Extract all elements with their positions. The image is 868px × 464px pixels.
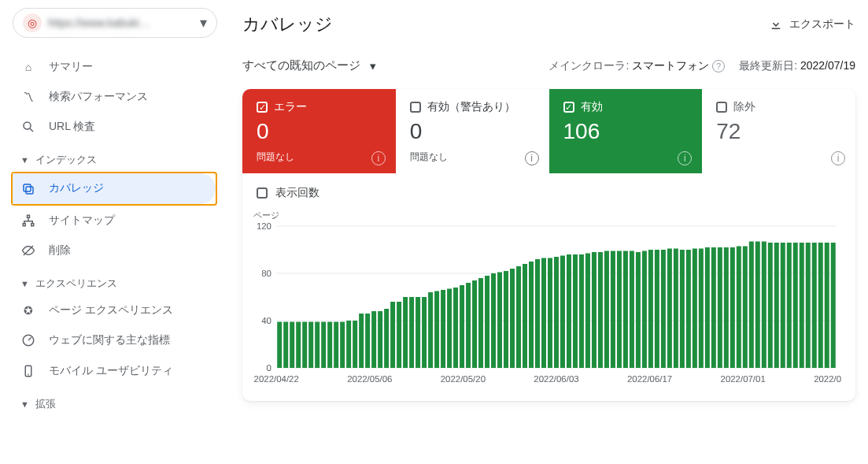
svg-rect-92: [737, 247, 741, 369]
info-icon[interactable]: i: [831, 151, 845, 165]
checkbox-icon: [716, 102, 727, 113]
svg-rect-55: [504, 271, 508, 368]
svg-rect-21: [290, 322, 294, 369]
info-icon[interactable]: i: [678, 151, 692, 165]
impressions-label: 表示回数: [275, 186, 319, 200]
status-valid-warn[interactable]: 有効（警告あり） 0 問題なし i: [396, 89, 549, 173]
svg-text:120: 120: [257, 221, 271, 231]
checkbox-icon: [257, 102, 268, 113]
svg-rect-69: [592, 252, 597, 368]
nav-sitemaps[interactable]: サイトマップ: [13, 206, 217, 236]
svg-rect-48: [460, 285, 464, 368]
svg-text:2022/07/15: 2022/07/15: [814, 374, 841, 384]
svg-rect-102: [800, 243, 804, 368]
filter-pages[interactable]: すべての既知のページ ▾: [242, 58, 376, 73]
svg-point-0: [24, 122, 31, 129]
svg-rect-100: [787, 243, 792, 368]
checkbox-icon: [563, 102, 574, 113]
svg-rect-90: [724, 247, 729, 368]
svg-rect-5: [23, 224, 25, 226]
nav-section-experience[interactable]: ▼ エクスペリエンス: [13, 265, 217, 295]
svg-rect-45: [441, 290, 445, 368]
nav-removals[interactable]: 削除: [13, 236, 217, 265]
nav-mobile-usability[interactable]: モバイル ユーザビリティ: [13, 355, 217, 385]
svg-rect-58: [523, 264, 527, 368]
svg-rect-36: [384, 309, 389, 368]
svg-rect-96: [762, 242, 766, 369]
nav-coverage[interactable]: カバレッジ: [13, 173, 216, 203]
page-title: カバレッジ: [242, 13, 333, 36]
sitemap-icon: [20, 213, 36, 228]
svg-rect-57: [516, 266, 521, 368]
nav-core-web-vitals[interactable]: ウェブに関する主な指標: [13, 325, 217, 355]
status-value: 72: [716, 119, 840, 144]
search-icon: [20, 120, 36, 134]
svg-rect-42: [422, 297, 427, 368]
status-value: 106: [563, 119, 688, 144]
nav-summary[interactable]: ⌂ サマリー: [13, 52, 217, 82]
property-label: https://www.kabuki…: [48, 17, 194, 29]
svg-rect-43: [428, 292, 433, 368]
chevron-down-icon: ▼: [20, 399, 29, 409]
home-icon: ⌂: [20, 61, 36, 73]
svg-text:2022/05/20: 2022/05/20: [441, 374, 486, 384]
copy-icon: [20, 181, 36, 195]
svg-rect-22: [296, 322, 301, 369]
info-icon[interactable]: i: [371, 151, 386, 165]
svg-rect-37: [390, 302, 395, 368]
svg-rect-24: [308, 322, 313, 369]
chart-ylabel: ページ: [253, 210, 841, 221]
chevron-down-icon: ▾: [200, 14, 207, 32]
svg-text:2022/06/17: 2022/06/17: [627, 374, 672, 384]
nav-label: サイトマップ: [49, 213, 115, 228]
nav-label: ウェブに関する主な指標: [49, 333, 170, 347]
svg-rect-103: [806, 243, 811, 368]
svg-rect-34: [371, 311, 376, 368]
svg-rect-86: [699, 249, 704, 369]
svg-rect-63: [554, 257, 559, 368]
svg-rect-32: [359, 314, 364, 368]
svg-rect-29: [340, 322, 345, 369]
svg-rect-84: [686, 250, 691, 368]
export-button[interactable]: エクスポート: [769, 17, 855, 32]
svg-rect-72: [611, 251, 615, 369]
svg-rect-26: [321, 322, 326, 369]
svg-rect-107: [831, 243, 836, 368]
svg-rect-75: [630, 251, 634, 369]
svg-rect-44: [434, 291, 439, 369]
svg-rect-60: [535, 259, 540, 368]
svg-rect-74: [623, 251, 628, 369]
svg-text:40: 40: [261, 316, 271, 325]
status-error[interactable]: エラー 0 問題なし i: [242, 89, 396, 173]
nav-section-index[interactable]: ▼ インデックス: [13, 142, 217, 172]
help-icon[interactable]: ?: [712, 60, 725, 72]
status-valid[interactable]: 有効 106 i: [549, 89, 703, 173]
svg-rect-47: [453, 288, 458, 368]
impressions-toggle[interactable]: 表示回数: [242, 173, 855, 203]
status-excluded[interactable]: 除外 72 i: [702, 89, 855, 173]
last-updated: 最終更新日: 2022/07/19: [739, 59, 855, 73]
property-picker[interactable]: ◎ https://www.kabuki… ▾: [13, 8, 217, 38]
svg-rect-52: [485, 276, 489, 368]
nav-label: ページ エクスペリエンス: [49, 303, 173, 317]
svg-rect-105: [818, 243, 823, 368]
svg-rect-64: [560, 256, 565, 369]
nav-url-inspect[interactable]: URL 検査: [13, 112, 217, 142]
nav-page-experience[interactable]: ✪ ページ エクスペリエンス: [13, 295, 217, 325]
status-sub: 問題なし: [257, 150, 381, 164]
svg-rect-99: [781, 243, 785, 368]
hide-icon: [20, 243, 36, 258]
svg-rect-87: [705, 247, 710, 368]
svg-rect-82: [674, 249, 678, 369]
nav-section-enhancements[interactable]: ▼ 拡張: [13, 386, 217, 416]
svg-rect-53: [491, 273, 496, 368]
svg-rect-38: [397, 302, 401, 368]
svg-text:2022/05/06: 2022/05/06: [347, 374, 392, 384]
nav-label: 削除: [49, 243, 71, 258]
info-icon[interactable]: i: [525, 151, 539, 165]
nav-performance[interactable]: 〽 検索パフォーマンス: [13, 82, 217, 112]
svg-rect-65: [567, 254, 571, 368]
svg-rect-2: [26, 187, 33, 194]
svg-rect-85: [693, 249, 697, 369]
svg-rect-106: [825, 243, 829, 368]
